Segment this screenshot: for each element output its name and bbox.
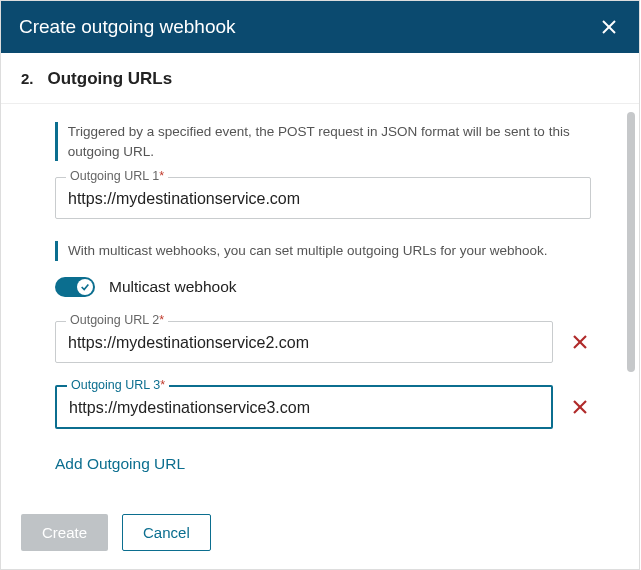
remove-url-3-button[interactable] xyxy=(569,396,591,418)
multicast-toggle[interactable] xyxy=(55,277,95,297)
remove-icon xyxy=(572,399,588,415)
add-outgoing-url-link[interactable]: Add Outgoing URL xyxy=(55,455,185,473)
dialog-footer: Create Cancel xyxy=(1,500,639,569)
check-icon xyxy=(80,282,90,292)
scroll-wrap: Triggered by a specified event, the POST… xyxy=(1,104,639,500)
outgoing-url-1-field[interactable]: Outgoing URL 1* xyxy=(55,177,591,219)
hint-multicast: With multicast webhooks, you can set mul… xyxy=(55,241,591,261)
outgoing-url-2-field[interactable]: Outgoing URL 2* xyxy=(55,321,553,363)
multicast-toggle-label: Multicast webhook xyxy=(109,278,237,296)
outgoing-url-2-input[interactable] xyxy=(56,322,552,362)
remove-url-2-button[interactable] xyxy=(569,331,591,353)
close-button[interactable] xyxy=(597,15,621,39)
create-webhook-dialog: Create outgoing webhook 2. Outgoing URLs… xyxy=(0,0,640,570)
toggle-knob xyxy=(77,279,93,295)
hint-trigger: Triggered by a specified event, the POST… xyxy=(55,122,591,161)
hint-trigger-text: Triggered by a specified event, the POST… xyxy=(68,122,591,161)
outgoing-url-1-input[interactable] xyxy=(56,178,590,218)
hint-multicast-text: With multicast webhooks, you can set mul… xyxy=(68,241,547,261)
cancel-button[interactable]: Cancel xyxy=(122,514,211,551)
step-number: 2. xyxy=(21,70,34,87)
scrollbar-thumb[interactable] xyxy=(627,112,635,372)
outgoing-url-2-row: Outgoing URL 2* xyxy=(55,321,591,363)
step-header: 2. Outgoing URLs xyxy=(1,53,639,104)
hint-accent-bar xyxy=(55,241,58,261)
dialog-header: Create outgoing webhook xyxy=(1,1,639,53)
outgoing-url-3-label: Outgoing URL 3* xyxy=(67,378,169,392)
multicast-toggle-row: Multicast webhook xyxy=(55,277,591,297)
close-icon xyxy=(601,19,617,35)
dialog-body: Triggered by a specified event, the POST… xyxy=(1,104,639,500)
step-title: Outgoing URLs xyxy=(48,69,173,89)
remove-icon xyxy=(572,334,588,350)
outgoing-url-3-field[interactable]: Outgoing URL 3* xyxy=(55,385,553,429)
dialog-title: Create outgoing webhook xyxy=(19,16,236,38)
outgoing-url-2-label: Outgoing URL 2* xyxy=(66,313,168,327)
outgoing-url-3-row: Outgoing URL 3* xyxy=(55,385,591,429)
hint-accent-bar xyxy=(55,122,58,161)
outgoing-url-3-input[interactable] xyxy=(57,387,551,427)
outgoing-url-1-label: Outgoing URL 1* xyxy=(66,169,168,183)
create-button[interactable]: Create xyxy=(21,514,108,551)
